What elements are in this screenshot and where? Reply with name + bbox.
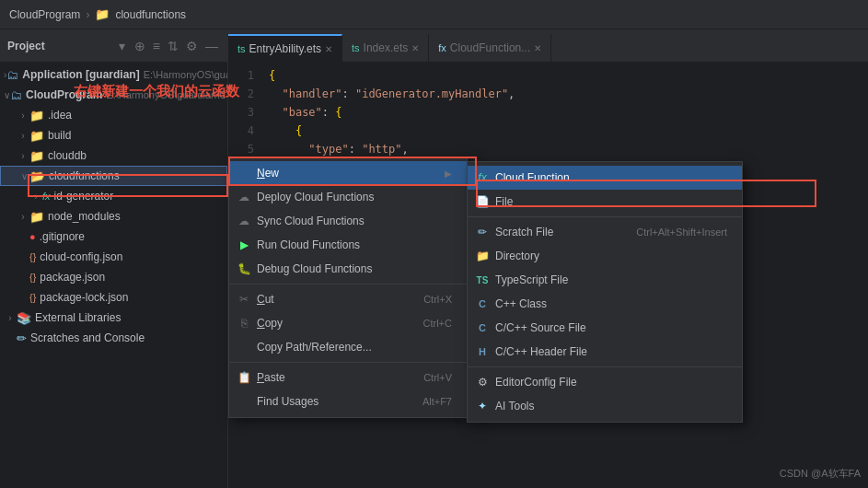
- submenu-label-file: File: [495, 195, 727, 208]
- tree-arrow-cloudprogram: ∨: [4, 90, 10, 100]
- editor-tabs: ts EntryAbility.ets ✕ ts Index.ets ✕ fx …: [228, 29, 868, 63]
- sidebar-dropdown-icon[interactable]: ▾: [117, 37, 127, 55]
- submenu-label-cppsource: C/C++ Source File: [495, 321, 727, 334]
- menu-label-paste: Paste: [257, 371, 418, 384]
- tree-label-id-generator: id-generator: [54, 190, 114, 203]
- tree-arrow-cloudfunctions: ∨: [17, 171, 30, 181]
- submenu-shortcut-scratch: Ctrl+Alt+Shift+Insert: [636, 227, 727, 238]
- tree-item-package-lock[interactable]: {} package-lock.json: [0, 287, 227, 308]
- tree-item-clouddb[interactable]: › 📁 clouddb: [0, 145, 227, 166]
- tree-item-external-libraries[interactable]: › 📚 External Libraries: [0, 308, 227, 328]
- project-tree: › 🗂 Application [guardian] E:\HarmonyOS\…: [0, 63, 227, 488]
- menu-item-new[interactable]: New ▶ fx Cloud Function 📄 File ✏ Scratch…: [229, 161, 467, 185]
- tree-item-gitignore[interactable]: ● .gitignore: [0, 227, 227, 247]
- tree-item-build[interactable]: › 📁 build: [0, 125, 227, 145]
- tree-item-node-modules[interactable]: › 📁 node_modules: [0, 206, 227, 227]
- tab-index[interactable]: ts Index.ets ✕: [342, 34, 429, 62]
- tree-label-scratches: Scratches and Console: [30, 331, 145, 344]
- tab-close-cf[interactable]: ✕: [534, 43, 541, 53]
- json-icon-cloud-config: {}: [29, 251, 36, 262]
- sidebar-icon-sort[interactable]: ⇅: [166, 37, 180, 55]
- tree-label-external-libraries: External Libraries: [35, 311, 121, 324]
- project-icon-cloudprogram: 🗂: [10, 88, 22, 102]
- tree-arrow-id-generator: ›: [29, 192, 42, 202]
- menu-item-run[interactable]: ▶ Run Cloud Functions: [229, 233, 467, 257]
- tree-arrow-idea: ›: [17, 110, 29, 121]
- submenu-item-cppsource[interactable]: C C/C++ Source File: [468, 316, 742, 340]
- tab-label-entry: EntryAbility.ets: [249, 42, 321, 55]
- sidebar-toolbar-label: Project: [7, 40, 111, 52]
- submenu-item-typescript[interactable]: TS TypeScript File: [468, 268, 742, 292]
- sidebar-toolbar-icons: ⊕ ≡ ⇅ ⚙ —: [133, 37, 220, 55]
- submenu-item-cloudfunction[interactable]: fx Cloud Function: [468, 166, 742, 190]
- sidebar-icon-minimize[interactable]: —: [203, 37, 220, 55]
- sidebar-icon-settings[interactable]: ⚙: [184, 37, 200, 55]
- folder-icon-external: 📚: [17, 311, 31, 325]
- menu-item-findusages[interactable]: Find Usages Alt+F7: [229, 389, 467, 413]
- menu-sep-1: [229, 284, 467, 285]
- menu-item-cut[interactable]: ✂ Cut Ctrl+X: [229, 287, 467, 311]
- menu-shortcut-cut: Ctrl+X: [423, 294, 452, 305]
- menu-item-deploy[interactable]: ☁ Deploy Cloud Functions: [229, 185, 467, 209]
- tree-label-package-lock: package-lock.json: [40, 291, 128, 304]
- tab-entry-ability[interactable]: ts EntryAbility.ets ✕: [228, 34, 342, 62]
- menu-shortcut-paste: Ctrl+V: [423, 372, 452, 383]
- tab-close-entry[interactable]: ✕: [325, 44, 332, 54]
- menu-icon-deploy: ☁: [237, 191, 251, 203]
- sidebar-icon-list[interactable]: ≡: [151, 37, 162, 55]
- title-sep: ›: [86, 8, 89, 21]
- tree-item-package-json[interactable]: {} package.json: [0, 267, 227, 287]
- tree-label-node-modules: node_modules: [48, 210, 121, 223]
- menu-label-findusages: Find Usages: [257, 395, 417, 408]
- tree-item-cloudfunctions[interactable]: ∨ 📂 cloudfunctions: [0, 166, 227, 186]
- submenu-label-directory: Directory: [495, 250, 727, 262]
- submenu-item-cppheader[interactable]: H C/C++ Header File: [468, 340, 742, 364]
- submenu-label-editorconfig: EditorConfig File: [495, 376, 727, 389]
- submenu-icon-aitools: ✦: [475, 400, 490, 412]
- json-icon-package-lock: {}: [29, 292, 36, 303]
- tree-item-application[interactable]: › 🗂 Application [guardian] E:\HarmonyOS\…: [0, 64, 227, 85]
- menu-item-copy[interactable]: ⎘ Copy Ctrl+C: [229, 311, 467, 335]
- menu-item-copypath[interactable]: Copy Path/Reference...: [229, 335, 467, 359]
- icon-id-generator: fx: [42, 191, 51, 202]
- menu-label-debug: Debug Cloud Functions: [257, 262, 452, 275]
- menu-icon-paste: 📋: [237, 371, 251, 384]
- tab-cloudfunction[interactable]: fx CloudFunction... ✕: [429, 34, 551, 62]
- sidebar-icon-add[interactable]: ⊕: [133, 37, 147, 55]
- submenu-sep-1: [468, 216, 742, 217]
- submenu-icon-file: 📄: [475, 195, 490, 208]
- tree-item-cloud-config[interactable]: {} cloud-config.json: [0, 247, 227, 267]
- submenu-item-directory[interactable]: 📁 Directory: [468, 244, 742, 268]
- folder-icon-idea: 📁: [29, 109, 44, 122]
- title-bar: CloudProgram › 📁 cloudfunctions: [0, 0, 868, 29]
- icon-scratches: ✏: [17, 331, 27, 345]
- submenu-item-cppclass[interactable]: C C++ Class: [468, 292, 742, 316]
- json-icon-package: {}: [29, 272, 36, 283]
- tab-close-index[interactable]: ✕: [411, 43, 419, 53]
- menu-icon-run: ▶: [237, 238, 251, 251]
- tree-item-scratches[interactable]: ✏ Scratches and Console: [0, 328, 227, 348]
- menu-label-sync: Sync Cloud Functions: [257, 215, 452, 227]
- menu-icon-debug: 🐛: [237, 262, 251, 275]
- menu-icon-sync: ☁: [237, 215, 251, 227]
- menu-item-debug[interactable]: 🐛 Debug Cloud Functions: [229, 257, 467, 281]
- menu-label-deploy: Deploy Cloud Functions: [257, 191, 452, 203]
- menu-item-sync[interactable]: ☁ Sync Cloud Functions: [229, 209, 467, 233]
- tab-icon-index: ts: [352, 42, 360, 53]
- tree-item-idea[interactable]: › 📁 .idea: [0, 105, 227, 125]
- submenu-label-cloudfunction: Cloud Function: [495, 171, 727, 184]
- submenu-item-aitools[interactable]: ✦ AI Tools: [468, 394, 742, 418]
- menu-shortcut-findusages: Alt+F7: [422, 396, 452, 407]
- submenu-item-scratchfile[interactable]: ✏ Scratch File Ctrl+Alt+Shift+Insert: [468, 220, 742, 244]
- submenu-item-editorconfig[interactable]: ⚙ EditorConfig File: [468, 370, 742, 394]
- submenu-label-cppclass: C++ Class: [495, 297, 727, 310]
- submenu-icon-directory: 📁: [475, 250, 490, 262]
- menu-item-paste[interactable]: 📋 Paste Ctrl+V: [229, 366, 467, 389]
- tree-arrow-node-modules: ›: [17, 212, 29, 222]
- tree-item-cloudprogram[interactable]: ∨ 🗂 CloudProgram E:\HarmonyOS\guardian\C…: [0, 85, 227, 105]
- title-folder: cloudfunctions: [115, 8, 186, 21]
- tab-label-index: Index.ets: [364, 41, 409, 54]
- submenu-icon-cloudfunction: fx: [475, 171, 490, 184]
- tree-item-id-generator[interactable]: › fx id-generator: [0, 186, 227, 206]
- submenu-item-file[interactable]: 📄 File: [468, 190, 742, 214]
